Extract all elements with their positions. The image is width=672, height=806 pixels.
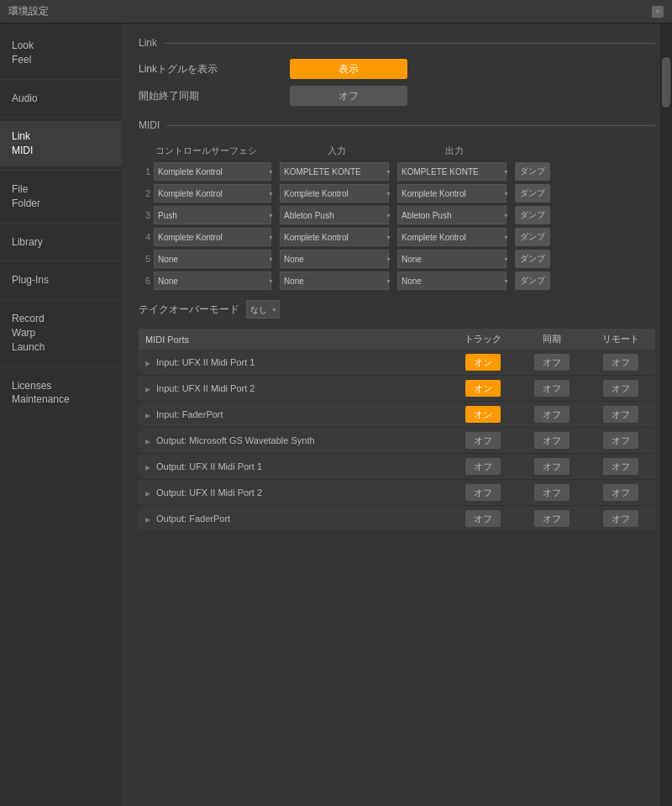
port-remote-badge-0[interactable]: オフ <box>603 354 638 371</box>
port-track-cell-0[interactable]: オン <box>449 350 518 376</box>
midi-dump-button-4[interactable]: ダンプ <box>515 250 550 268</box>
midi-output-select-5[interactable]: None <box>397 271 507 290</box>
midi-output-cell-2[interactable]: Ableton Push <box>396 204 513 226</box>
midi-input-select-3[interactable]: Komplete Kontrol <box>280 228 389 246</box>
scrollbar-track[interactable] <box>660 24 672 806</box>
midi-input-select-0[interactable]: KOMPLETE KONTE <box>280 162 389 181</box>
port-track-cell-3[interactable]: オフ <box>449 428 518 454</box>
port-sync-cell-0[interactable]: オフ <box>518 350 585 376</box>
port-sync-cell-6[interactable]: オフ <box>518 506 585 532</box>
sidebar-item-link-midi[interactable]: LinkMIDI <box>0 121 122 166</box>
port-sync-cell-3[interactable]: オフ <box>518 428 585 454</box>
port-sync-cell-1[interactable]: オフ <box>518 376 585 402</box>
midi-input-cell-0[interactable]: KOMPLETE KONTE <box>278 161 396 182</box>
port-sync-badge-1[interactable]: オフ <box>534 380 570 397</box>
port-remote-cell-1[interactable]: オフ <box>585 376 655 402</box>
midi-surface-cell-4[interactable]: None <box>152 248 278 270</box>
midi-dump-button-2[interactable]: ダンプ <box>515 206 550 224</box>
midi-dump-button-5[interactable]: ダンプ <box>515 271 550 290</box>
port-sync-badge-4[interactable]: オフ <box>534 458 570 475</box>
midi-output-select-0[interactable]: KOMPLETE KONTE <box>397 162 507 181</box>
midi-surface-select-0[interactable]: Komplete Kontrol <box>154 162 271 181</box>
sidebar-item-file-folder[interactable]: FileFolder <box>0 174 122 219</box>
midi-dump-cell-3[interactable]: ダンプ <box>513 226 655 248</box>
sidebar-item-record-warp-launch[interactable]: RecordWarpLaunch <box>0 303 122 362</box>
midi-output-select-3[interactable]: Komplete Kontrol <box>397 228 507 246</box>
port-expand-icon-6[interactable]: ▶ <box>145 516 150 524</box>
midi-input-cell-4[interactable]: None <box>278 248 396 270</box>
midi-surface-select-3[interactable]: Komplete Kontrol <box>154 228 271 246</box>
takeover-select[interactable]: なし <box>246 300 280 319</box>
port-track-badge-6[interactable]: オフ <box>465 510 501 527</box>
midi-dump-cell-2[interactable]: ダンプ <box>513 204 655 226</box>
midi-output-cell-3[interactable]: Komplete Kontrol <box>396 226 513 248</box>
port-sync-cell-2[interactable]: オフ <box>518 402 585 428</box>
sidebar-item-licenses-maintenance[interactable]: LicensesMaintenance <box>0 371 122 416</box>
midi-output-select-4[interactable]: None <box>397 250 507 268</box>
port-track-badge-1[interactable]: オン <box>465 380 501 397</box>
midi-surface-cell-1[interactable]: Komplete Kontrol <box>152 182 278 204</box>
port-remote-badge-6[interactable]: オフ <box>603 510 638 527</box>
midi-dump-cell-5[interactable]: ダンプ <box>513 270 655 292</box>
midi-input-cell-5[interactable]: None <box>278 270 396 292</box>
midi-dump-cell-0[interactable]: ダンプ <box>513 161 655 182</box>
midi-dump-cell-4[interactable]: ダンプ <box>513 248 655 270</box>
midi-output-select-2[interactable]: Ableton Push <box>397 206 507 224</box>
port-track-badge-3[interactable]: オフ <box>465 432 501 449</box>
port-expand-icon-1[interactable]: ▶ <box>145 386 150 393</box>
midi-dump-cell-1[interactable]: ダンプ <box>513 182 655 204</box>
close-button[interactable]: × <box>652 6 664 18</box>
takeover-select-wrapper[interactable]: なし <box>246 300 280 319</box>
port-track-badge-0[interactable]: オン <box>465 354 501 371</box>
start-stop-sync-button[interactable]: オフ <box>290 86 407 106</box>
midi-input-select-1[interactable]: Komplete Kontrol <box>280 184 389 203</box>
midi-surface-select-5[interactable]: None <box>154 271 271 290</box>
port-remote-cell-0[interactable]: オフ <box>585 350 655 376</box>
port-remote-cell-2[interactable]: オフ <box>585 402 655 428</box>
port-track-cell-1[interactable]: オン <box>449 376 518 402</box>
sidebar-item-library[interactable]: Library <box>0 227 122 258</box>
port-track-cell-4[interactable]: オフ <box>449 454 518 480</box>
port-sync-badge-2[interactable]: オフ <box>534 406 570 423</box>
midi-input-cell-1[interactable]: Komplete Kontrol <box>278 182 396 204</box>
sidebar-item-audio[interactable]: Audio <box>0 83 122 114</box>
port-track-cell-2[interactable]: オン <box>449 402 518 428</box>
midi-input-select-5[interactable]: None <box>280 271 389 290</box>
port-expand-icon-3[interactable]: ▶ <box>145 438 150 445</box>
midi-surface-cell-5[interactable]: None <box>152 270 278 292</box>
port-sync-badge-0[interactable]: オフ <box>534 354 570 371</box>
port-sync-badge-6[interactable]: オフ <box>534 510 570 527</box>
port-remote-cell-5[interactable]: オフ <box>585 480 655 506</box>
port-remote-badge-2[interactable]: オフ <box>603 406 638 423</box>
sidebar-item-look-feel[interactable]: LookFeel <box>0 30 122 76</box>
midi-output-select-1[interactable]: Komplete Kontrol <box>397 184 507 203</box>
midi-surface-select-1[interactable]: Komplete Kontrol <box>154 184 271 203</box>
midi-input-cell-2[interactable]: Ableton Push <box>278 204 396 226</box>
midi-output-cell-1[interactable]: Komplete Kontrol <box>396 182 513 204</box>
port-remote-cell-4[interactable]: オフ <box>585 454 655 480</box>
link-toggle-button[interactable]: 表示 <box>290 59 407 79</box>
scrollbar-thumb[interactable] <box>662 57 670 108</box>
port-expand-icon-0[interactable]: ▶ <box>145 360 150 367</box>
port-sync-badge-3[interactable]: オフ <box>534 432 570 449</box>
midi-surface-cell-0[interactable]: Komplete Kontrol <box>152 161 278 182</box>
port-remote-badge-1[interactable]: オフ <box>603 380 638 397</box>
port-sync-cell-5[interactable]: オフ <box>518 480 585 506</box>
port-remote-badge-5[interactable]: オフ <box>603 484 638 501</box>
sidebar-item-plug-ins[interactable]: Plug-Ins <box>0 265 122 296</box>
port-expand-icon-5[interactable]: ▶ <box>145 490 150 498</box>
port-remote-badge-3[interactable]: オフ <box>603 432 638 449</box>
port-track-cell-5[interactable]: オフ <box>449 480 518 506</box>
midi-dump-button-3[interactable]: ダンプ <box>515 228 550 246</box>
midi-surface-cell-2[interactable]: Push <box>152 204 278 226</box>
port-remote-cell-6[interactable]: オフ <box>585 506 655 532</box>
midi-output-cell-0[interactable]: KOMPLETE KONTE <box>396 161 513 182</box>
port-expand-icon-4[interactable]: ▶ <box>145 464 150 471</box>
port-track-badge-2[interactable]: オン <box>465 406 501 423</box>
port-remote-cell-3[interactable]: オフ <box>585 428 655 454</box>
midi-input-select-2[interactable]: Ableton Push <box>280 206 389 224</box>
midi-surface-select-2[interactable]: Push <box>154 206 271 224</box>
port-track-badge-5[interactable]: オフ <box>465 484 501 501</box>
port-track-cell-6[interactable]: オフ <box>449 506 518 532</box>
midi-output-cell-5[interactable]: None <box>396 270 513 292</box>
